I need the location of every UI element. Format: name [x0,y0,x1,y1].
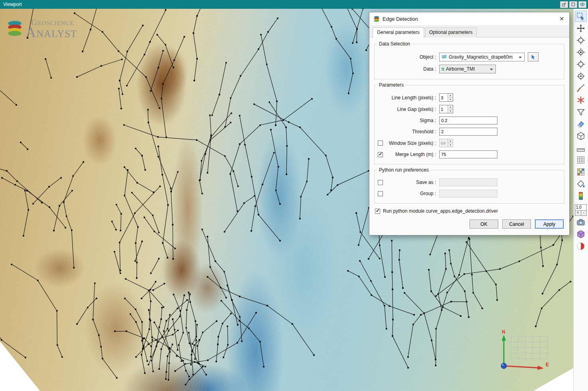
toolbar-eraser-button[interactable] [575,118,587,130]
dialog-tabs: General parameters Optional parameters [369,25,569,38]
line-gap-input[interactable] [440,105,448,113]
merge-length-input[interactable] [439,150,497,158]
cancel-button[interactable]: Cancel [502,219,531,229]
dialog-titlebar[interactable]: Edge Detection [369,12,569,25]
python-preferences-group: Python run preferences Save as : Group : [374,170,564,203]
eye-icon [580,2,585,7]
line-length-label: Line Length (pixels) : [387,95,439,101]
tab-general-parameters[interactable]: General parameters [373,28,424,38]
threshold-input[interactable] [439,128,497,136]
dialog-layers-icon [373,16,380,22]
north-label: N [502,329,505,335]
line-length-spin-down-button[interactable] [448,97,453,101]
window-size-label: Window Size (pixels) : [387,140,439,146]
maximize-icon [571,2,576,7]
toolbar-look-at-button[interactable] [575,71,587,82]
pan-icon [576,24,585,33]
view-toolbar: + - [573,9,588,391]
look-at-icon [576,72,585,81]
float-window-icon [562,2,566,7]
grid-icon [576,156,585,164]
tab-optional-parameters[interactable]: Optional parameters [425,28,477,38]
parameters-group: Parameters Line Length (pixels) : Line G… [374,85,564,164]
window-size-spinner [439,139,453,147]
line-gap-spin-up-button[interactable] [448,105,453,109]
data-selection-legend: Data Selection [377,41,412,47]
toolbar-box-zoom-button[interactable] [575,11,587,22]
toolbar-measure-button[interactable] [575,142,587,154]
cube-view-icon [576,132,585,140]
object-dropdown[interactable]: Gravity_Magnetics_drape60m [439,53,525,61]
toolbar-crosshair-button[interactable] [575,59,587,70]
toolbar-cube-view-button[interactable] [575,130,587,142]
save-as-checkbox[interactable] [378,180,383,185]
toolbar-colormap-button[interactable] [575,166,587,178]
group-label: Group : [387,191,439,196]
window-size-input [440,139,448,147]
sigma-label: Sigma : [387,118,439,123]
data-dropdown[interactable]: Airborne_TMI [439,65,496,73]
line-length-spin-up-button[interactable] [448,94,453,97]
app-logo: Geoscience Analyst [6,19,77,38]
toolbar-pick-tool-button[interactable] [575,83,587,94]
apply-button[interactable]: Apply [535,219,564,229]
window-size-spin-down-button [448,143,453,147]
group-checkbox[interactable] [378,191,383,196]
ok-button[interactable]: OK [470,219,498,229]
toolbar-snap-marker-button[interactable] [575,95,587,106]
threshold-label: Threshold : [387,129,439,134]
edge-detection-dialog: Edge Detection General parameters Option… [369,12,570,235]
window-size-checkbox[interactable] [378,140,383,146]
object-label: Object : [387,54,439,60]
toolbar-help-globe-button[interactable] [575,241,587,252]
scale-input[interactable] [575,204,587,211]
line-gap-spin-down-button[interactable] [448,109,453,113]
toolbar-grid-button[interactable] [575,154,587,166]
crosshair-icon [576,60,585,69]
north-arrowhead [502,335,506,341]
run-module-label: Run python module curve_apps.edge_detect… [383,208,498,214]
colorbar-icon [576,192,585,200]
float-window-button[interactable] [560,1,568,8]
toolbar-slice-filter-button[interactable] [575,107,587,118]
toolbar-scene-box-button[interactable] [575,229,587,240]
toolbar-colorbar-button[interactable] [575,190,587,201]
run-module-checkbox[interactable] [375,209,380,214]
box-zoom-icon [576,12,585,21]
toolbar-pan-button[interactable] [575,23,587,34]
line-gap-label: Line Gap (pixels) : [387,107,439,112]
python-preferences-legend: Python run preferences [377,167,431,173]
sigma-input[interactable] [439,117,497,124]
visibility-button[interactable] [578,1,586,8]
orientation-compass: N E [493,329,552,375]
help-globe-icon [576,242,585,251]
object-picker-button[interactable] [528,52,539,61]
dialog-body: Data Selection Object : Gravity_Magnetic… [369,38,569,235]
eraser-icon [576,120,585,128]
geo-object-icon [441,54,447,60]
line-length-spinner [439,93,453,102]
measure-icon [576,144,585,152]
line-length-input[interactable] [440,94,448,101]
toolbar-center-target-button[interactable] [575,47,587,58]
east-label: E [546,362,549,367]
dialog-title: Edge Detection [380,16,556,22]
dialog-close-button[interactable] [556,14,568,24]
toolbar-camera-button[interactable] [575,217,587,228]
viewport-titlebar: Viewport [0,0,588,9]
scale-plus-button[interactable]: + [575,211,581,215]
scale-minus-button[interactable]: - [581,211,587,215]
colormap-icon [576,168,585,176]
snap-marker-icon [576,96,585,105]
merge-length-checkbox[interactable] [378,152,383,157]
group-input [439,190,497,197]
maximize-button[interactable] [569,1,577,8]
pick-tool-icon [576,84,585,93]
save-as-label: Save as : [387,180,439,185]
toolbar-fill-color-button[interactable] [575,178,587,190]
data-selection-group: Data Selection Object : Gravity_Magnetic… [374,44,564,79]
window-size-spin-up-button [448,139,453,143]
layers-logo-icon [6,19,23,37]
toolbar-zoom-extents-button[interactable] [575,35,587,46]
object-dropdown-value: Gravity_Magnetics_drape60m [449,54,513,60]
